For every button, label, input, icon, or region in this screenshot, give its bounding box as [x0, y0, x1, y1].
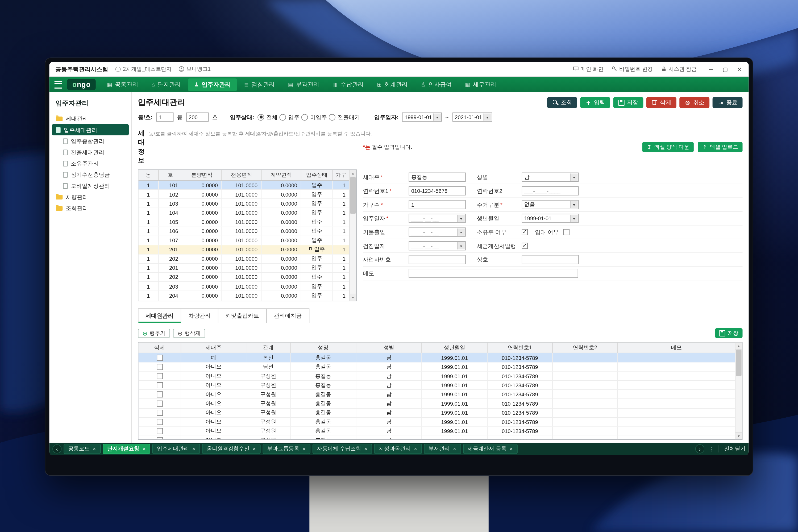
unit-table-row[interactable]: 1 202 0.0000 101.0000 0.0000 입주 1: [138, 254, 349, 264]
tax-invoice-checkbox[interactable]: [521, 243, 528, 249]
scroll-up-icon[interactable]: ▲: [349, 170, 356, 177]
minimize-button[interactable]: ─: [708, 66, 714, 72]
task-tab[interactable]: 부서관리 ✕: [424, 444, 461, 454]
ho-input[interactable]: [186, 113, 209, 121]
nav-item[interactable]: 공통관리: [101, 78, 144, 91]
row-delete-checkbox[interactable]: [156, 419, 163, 425]
tab-close-icon[interactable]: ✕: [453, 446, 456, 451]
close-all-button[interactable]: 전체닫기: [719, 445, 746, 453]
row-delete-checkbox[interactable]: [156, 428, 163, 434]
task-tab[interactable]: 부과그룹등록 ✕: [263, 444, 310, 454]
member-table-row[interactable]: 아니오 구성원 홍길동 남 1999.01.01 010-1234-5789: [138, 381, 735, 390]
sub-tab[interactable]: 차량관리: [181, 309, 218, 323]
dong-input[interactable]: [156, 113, 173, 121]
unit-table-scrollbar[interactable]: ▲ ▼: [349, 170, 357, 301]
date-from-select[interactable]: 1999-01-01 ▼: [402, 113, 442, 121]
sidebar-item[interactable]: 조회관리: [52, 203, 129, 214]
more-tabs-icon[interactable]: ⋮: [708, 445, 715, 452]
meter-reading-date-select[interactable]: ____-__-__ ▼: [408, 241, 466, 250]
household-count-input[interactable]: [408, 200, 466, 209]
date-to-select[interactable]: 2021-01-01 ▼: [452, 113, 492, 121]
menu-icon[interactable]: [55, 81, 62, 88]
unit-table-row[interactable]: 1 104 0.0000 101.0000 0.0000 입주 1: [138, 208, 349, 217]
tab-close-icon[interactable]: ✕: [142, 446, 146, 451]
scroll-down-icon[interactable]: ▼: [349, 294, 356, 301]
member-table-row[interactable]: 아니오 구성원 홍길동 남 1999.01.01 010-1234-5789: [138, 427, 735, 436]
unit-table-row[interactable]: 1 106 0.0000 101.0000 0.0000 입주 1: [138, 227, 349, 236]
row-delete-checkbox[interactable]: [156, 410, 163, 416]
add-row-button[interactable]: 행추가: [138, 328, 170, 338]
nav-item[interactable]: 부과관리: [282, 78, 325, 91]
sidebar-item[interactable]: 세대관리: [52, 113, 129, 124]
task-tab[interactable]: 자동이체 수납조회 ✕: [312, 444, 372, 454]
row-delete-checkbox[interactable]: [156, 382, 163, 388]
nav-item[interactable]: 인사급여: [415, 78, 458, 91]
status-radio[interactable]: 전출대기: [329, 113, 360, 121]
member-save-button[interactable]: 저장: [715, 328, 742, 338]
main-screen-link[interactable]: 메인 화면: [573, 66, 604, 73]
toolbar-button[interactable]: 종료: [712, 97, 743, 108]
tab-close-icon[interactable]: ✕: [302, 446, 306, 451]
sub-tab[interactable]: 관리예치금: [267, 309, 309, 323]
sub-tab[interactable]: 세대원관리: [138, 309, 181, 323]
task-tab[interactable]: 단지개설요청 ✕: [103, 444, 150, 454]
sidebar-item[interactable]: 차량관리: [52, 191, 129, 203]
sidebar-item[interactable]: 입주세대관리: [52, 124, 129, 135]
movein-date-select[interactable]: ____-__-__ ▼: [408, 214, 466, 223]
row-delete-checkbox[interactable]: [156, 355, 163, 361]
sidebar-item[interactable]: 입주종합관리: [52, 135, 129, 147]
status-radio[interactable]: 입주: [280, 113, 300, 121]
unit-table-row[interactable]: 1 103 0.0000 101.0000 0.0000 입주 1: [138, 199, 349, 208]
nav-item[interactable]: 회계관리: [371, 78, 414, 91]
tab-close-icon[interactable]: ✕: [364, 446, 367, 451]
unit-table-row[interactable]: 1 203 0.0000 101.0000 0.0000 입주 1: [138, 282, 349, 291]
unit-table-row[interactable]: 1 205 0.0000 101.0000 0.0000 입주 1: [138, 300, 349, 301]
unit-table-row[interactable]: 1 201 0.0000 101.0000 0.0000 미입주 1: [138, 245, 349, 254]
birthdate-select[interactable]: 1999-01-01 ▼: [521, 214, 578, 223]
member-table-row[interactable]: 아니오 구성원 홍길동 남 1999.01.01 010-1234-5789: [138, 372, 735, 381]
change-password-link[interactable]: 비밀번호 변경: [611, 66, 653, 73]
delete-row-button[interactable]: 행삭제: [173, 328, 205, 338]
unit-table-row[interactable]: 1 107 0.0000 101.0000 0.0000 입주 1: [138, 236, 349, 245]
prev-tabs-button[interactable]: ‹: [52, 444, 61, 453]
phone2-input[interactable]: [521, 186, 578, 195]
unit-table-row[interactable]: 1 101 0.0000 101.0000 0.0000 입주 1: [138, 180, 349, 190]
tab-close-icon[interactable]: ✕: [509, 446, 513, 451]
next-tabs-button[interactable]: ›: [695, 444, 704, 453]
member-table-row[interactable]: 아니오 남편 홍길동 남 1999.01.01 010-1234-5789: [138, 362, 735, 372]
unit-table-row[interactable]: 1 105 0.0000 101.0000 0.0000 입주 1: [138, 217, 349, 227]
row-delete-checkbox[interactable]: [156, 437, 163, 440]
toolbar-button[interactable]: 삭제: [646, 97, 677, 108]
task-tab[interactable]: 세금계산서 등록 ✕: [463, 444, 517, 454]
member-table-row[interactable]: 아니오 구성원 홍길동 남 1999.01.01 010-1234-5789: [138, 436, 735, 440]
tab-close-icon[interactable]: ✕: [414, 446, 417, 451]
system-lock-link[interactable]: 시스템 잠금: [661, 66, 697, 73]
unit-table-row[interactable]: 1 201 0.0000 101.0000 0.0000 입주 1: [138, 264, 349, 273]
task-tab[interactable]: 계정과목관리 ✕: [374, 444, 422, 454]
row-delete-checkbox[interactable]: [156, 373, 163, 379]
member-table-row[interactable]: 아니오 구성원 홍길동 남 1999.01.01 010-1234-5789: [138, 408, 735, 418]
scroll-up-icon[interactable]: ▲: [736, 343, 742, 350]
toolbar-button[interactable]: 조회: [547, 97, 577, 108]
row-delete-checkbox[interactable]: [156, 364, 163, 370]
tab-close-icon[interactable]: ✕: [252, 446, 256, 451]
status-radio[interactable]: 미입주: [301, 113, 327, 121]
scroll-down-icon[interactable]: ▼: [736, 432, 742, 439]
row-delete-checkbox[interactable]: [156, 401, 163, 407]
close-button[interactable]: ✕: [737, 66, 743, 73]
sidebar-item[interactable]: 장기수선충당금: [52, 169, 129, 180]
status-radio[interactable]: 전체: [258, 113, 278, 121]
excel-upload-button[interactable]: 엑셀 업로드: [698, 142, 743, 152]
scrollbar-thumb[interactable]: [350, 177, 356, 214]
gender-select[interactable]: 남 ▼: [521, 173, 578, 182]
sub-tab[interactable]: 키및출입카트: [218, 309, 267, 323]
nav-item[interactable]: 세무관리: [459, 78, 502, 91]
scrollbar-thumb[interactable]: [736, 349, 742, 376]
tab-close-icon[interactable]: ✕: [93, 446, 96, 451]
task-tab[interactable]: 공통코드 ✕: [63, 444, 100, 454]
member-table-row[interactable]: 예 본인 홍길동 남 1999.01.01 010-1234-5789: [138, 353, 735, 363]
rent-checkbox[interactable]: [564, 229, 570, 235]
owner-checkbox[interactable]: [521, 229, 528, 235]
row-delete-checkbox[interactable]: [156, 391, 163, 397]
task-tab[interactable]: 옴니원격검침수신 ✕: [202, 444, 261, 454]
